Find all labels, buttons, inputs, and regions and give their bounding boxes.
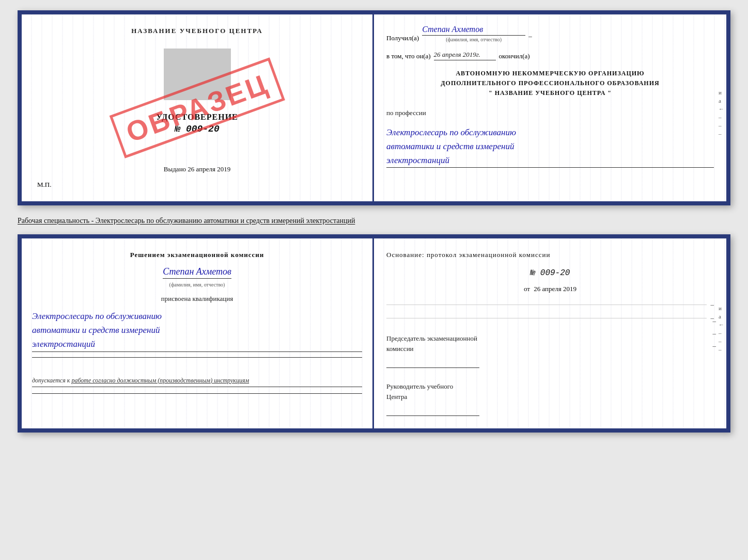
dopuskaetsya-prefix: допускается к: [32, 377, 70, 384]
recipient-name: Степан Ахметов: [422, 25, 525, 36]
fio-label-top: (фамилия, имя, отчество): [422, 37, 525, 42]
person-block: Степан Ахметов (фамилия, имя, отчество): [32, 264, 362, 287]
profession-line3: электростанций: [386, 153, 714, 167]
right-dash-column: – – –: [713, 317, 716, 350]
ot-label: от: [524, 285, 530, 293]
top-left-panel: НАЗВАНИЕ УЧЕБНОГО ЦЕНТРА УДОСТОВЕРЕНИЕ №…: [22, 14, 374, 201]
decision-title: Решением экзаменационной комиссии: [32, 251, 362, 259]
qualification-underline: [32, 357, 362, 367]
osnovaniye-title: Основание: протокол экзаменационной коми…: [386, 251, 714, 259]
completion-date: 26 апреля 2019г.: [434, 51, 496, 60]
qualification-line2: автоматики и средств измерений: [32, 323, 362, 337]
side-letters-top: и а ← – – –: [719, 89, 724, 137]
rukovoditel-block: Руководитель учебного Центра: [386, 381, 714, 416]
qualification-line3: электростанций: [32, 337, 362, 351]
dash-after-name: –: [528, 32, 532, 40]
bottom-underline-left: [32, 393, 362, 394]
predsedatel-label: Председатель экзаменационной комиссии: [386, 333, 714, 354]
poluchil-label: Получил(а): [386, 34, 419, 42]
fio-label-bottom: (фамилия, имя, отчество): [169, 282, 225, 287]
org-line1: АВТОНОМНУЮ НЕКОММЕРЧЕСКУЮ ОРГАНИЗАЦИЮ: [386, 69, 714, 78]
udostoverenie-title: УДОСТОВЕРЕНИЕ: [156, 113, 238, 122]
vtom-line: в том, что он(а) 26 апреля 2019г. окончи…: [386, 51, 714, 60]
profession-value: Электрослесарь по обслуживанию автоматик…: [386, 125, 714, 168]
protocol-number: № 009-20: [386, 268, 714, 278]
profession-line1: Электрослесарь по обслуживанию: [386, 125, 714, 139]
org-line2: ДОПОЛНИТЕЛЬНОГО ПРОФЕССИОНАЛЬНОГО ОБРАЗО…: [386, 78, 714, 88]
person-name-cursive: Степан Ахметов: [163, 266, 231, 279]
rukovoditel-label: Руководитель учебного Центра: [386, 381, 714, 402]
predsedatel-block: Председатель экзаменационной комиссии: [386, 333, 714, 368]
mp-label: М.П.: [32, 181, 362, 189]
dash-line2: –: [386, 314, 714, 322]
ot-line: от 26 апреля 2019: [386, 285, 714, 293]
cert-number: № 009-20: [175, 124, 219, 134]
vtom-label: в том, что он(а): [386, 52, 431, 60]
qualification-value: Электрослесарь по обслуживанию автоматик…: [32, 309, 362, 352]
school-name-top: НАЗВАНИЕ УЧЕБНОГО ЦЕНТРА: [131, 27, 263, 35]
vydano-label: Выдано: [164, 165, 186, 173]
okonchil-label: окончил(а): [499, 52, 530, 60]
bottom-right-panel: Основание: протокол экзаменационной коми…: [374, 238, 726, 428]
ot-date: 26 апреля 2019: [534, 285, 576, 293]
bottom-qualification-spread: Решением экзаменационной комиссии Степан…: [18, 234, 730, 433]
org-line3: " НАЗВАНИЕ УЧЕБНОГО ЦЕНТРА ": [386, 88, 714, 98]
profession-line2: автоматики и средств измерений: [386, 139, 714, 153]
predsedatel-signature-line: [386, 358, 479, 368]
dopuskaetsya-line: допускается к работе согласно должностны…: [32, 377, 362, 387]
rukovoditel-line2: Центра: [386, 392, 714, 402]
qualification-line1: Электрослесарь по обслуживанию: [32, 309, 362, 323]
photo-placeholder: [164, 49, 231, 100]
predsedatel-line1: Председатель экзаменационной: [386, 333, 714, 344]
bottom-left-panel: Решением экзаменационной комиссии Степан…: [22, 238, 374, 428]
dash-line1: –: [386, 300, 714, 309]
rukovoditel-line1: Руководитель учебного: [386, 381, 714, 392]
prisvoena-label: присвоена квалификация: [32, 295, 362, 303]
top-certificate-spread: НАЗВАНИЕ УЧЕБНОГО ЦЕНТРА УДОСТОВЕРЕНИЕ №…: [18, 10, 730, 205]
po-professii-label: по профессии: [386, 109, 714, 117]
vydano-line: Выдано 26 апреля 2019: [164, 165, 230, 173]
top-right-panel: Получил(а) Степан Ахметов (фамилия, имя,…: [374, 14, 726, 201]
rukovoditel-signature-line: [386, 406, 479, 416]
dopuskaetsya-value: работе согласно должностным (производств…: [71, 377, 249, 384]
org-block: АВТОНОМНУЮ НЕКОММЕРЧЕСКУЮ ОРГАНИЗАЦИЮ ДО…: [386, 69, 714, 99]
separator-text: Рабочая специальность - Электрослесарь п…: [18, 214, 730, 226]
predsedatel-line2: комиссии: [386, 344, 714, 354]
side-letters-bottom: и а ← – – –: [719, 305, 724, 353]
receiver-line: Получил(а) Степан Ахметов (фамилия, имя,…: [386, 25, 714, 42]
vydano-date: 26 апреля 2019: [188, 165, 230, 173]
